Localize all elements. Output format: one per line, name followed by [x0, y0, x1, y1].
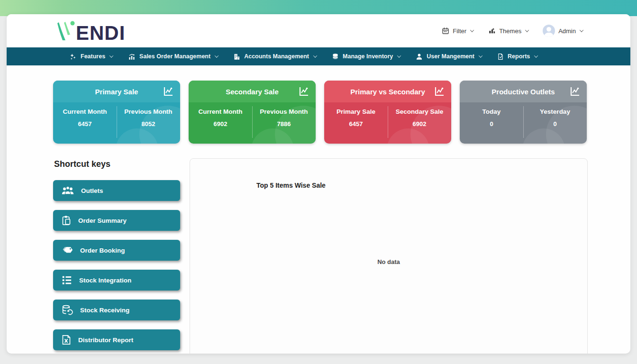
list-icon — [62, 275, 72, 285]
card-divider — [252, 106, 253, 138]
card-label: Primary Sale — [324, 108, 388, 115]
card-label: Secondary Sale — [388, 108, 451, 115]
filter-label: Filter — [453, 27, 466, 35]
logo-v-icon — [54, 19, 76, 42]
card-title: Productive Outlets — [491, 88, 555, 96]
logo-text: ENDI — [76, 24, 125, 42]
header-controls: Filter Themes — [442, 14, 583, 47]
shortcut-stock-receiving-button[interactable]: Stock Receiving — [53, 300, 180, 320]
card-value: 8052 — [117, 120, 180, 127]
card-title: Primary vs Secondary — [350, 88, 425, 96]
card-divider — [523, 106, 524, 138]
header: ENDI Filter — [7, 14, 630, 47]
shortcut-label: Stock Receiving — [80, 307, 129, 314]
card-secondary-sale: Secondary Sale Current Month 6902 Previo… — [189, 81, 316, 144]
card-column: Current Month 6457 — [53, 102, 117, 144]
nav-label: Manage Inventory — [343, 53, 393, 60]
chevron-down-icon — [313, 54, 317, 57]
line-chart-icon[interactable] — [569, 85, 581, 98]
calendar-icon — [442, 27, 449, 35]
nav-accounts-management[interactable]: Accounts Management — [233, 53, 317, 60]
card-column: Current Month 6902 — [189, 102, 252, 144]
admin-menu[interactable]: Admin — [543, 25, 583, 37]
themes-dropdown[interactable]: Themes — [488, 27, 528, 35]
admin-label: Admin — [558, 27, 576, 35]
clipboard-icon — [62, 215, 71, 226]
line-chart-icon[interactable] — [433, 85, 446, 98]
nav-manage-inventory[interactable]: Manage Inventory — [332, 53, 400, 60]
chevron-down-icon — [470, 28, 474, 32]
card-header: Primary Sale — [53, 81, 180, 102]
shortcut-order-booking-button[interactable]: Order Booking — [53, 240, 180, 261]
report-document-icon — [497, 53, 504, 60]
excel-file-icon — [62, 335, 71, 345]
database-sync-icon — [62, 305, 73, 315]
card-body: Current Month 6457 Previous Month 8052 — [53, 102, 180, 144]
card-value: 6902 — [388, 120, 451, 127]
shortcut-outlets-button[interactable]: Outlets — [53, 180, 180, 201]
card-body: Today 0 Yesterday 0 — [460, 102, 587, 144]
themes-label: Themes — [499, 27, 521, 35]
nav-label: Accounts Management — [244, 53, 309, 60]
top-items-chart-panel: Top 5 Items Wise Sale No data — [190, 158, 588, 354]
main-navbar: Features Sales Order Management — [7, 47, 630, 65]
card-primary-vs-secondary: Primary vs Secondary Primary Sale 6457 S… — [324, 81, 451, 144]
line-chart-icon[interactable] — [162, 85, 174, 98]
card-divider — [117, 106, 117, 138]
line-chart-icon[interactable] — [298, 85, 310, 98]
card-productive-outlets: Productive Outlets Today 0 Yesterday 0 — [460, 81, 587, 144]
database-icon — [332, 53, 339, 60]
chevron-down-icon — [215, 54, 218, 57]
chevron-down-icon — [109, 54, 113, 57]
shortcut-distributor-report-button[interactable]: Distributor Report — [53, 329, 180, 350]
app-window: ENDI Filter — [7, 14, 630, 354]
shortcut-label: Order Summary — [78, 217, 127, 224]
price-tags-icon — [62, 245, 73, 255]
nav-sales-order-management[interactable]: Sales Order Management — [128, 53, 218, 60]
chart-title: Top 5 Items Wise Sale — [256, 182, 326, 189]
card-value: 6902 — [189, 120, 252, 127]
card-value: 6457 — [324, 120, 388, 127]
nav-user-management[interactable]: User Mangement — [416, 53, 482, 60]
nav-label: User Mangement — [427, 53, 474, 60]
card-title: Primary Sale — [95, 88, 138, 96]
nav-reports[interactable]: Reports — [497, 53, 537, 60]
chevron-down-icon — [479, 54, 482, 57]
shortcut-order-summary-button[interactable]: Order Summary — [53, 210, 180, 231]
shortcut-label: Stock Integration — [79, 277, 131, 284]
user-icon — [416, 53, 423, 60]
card-divider — [388, 106, 388, 138]
building-icon — [233, 53, 240, 60]
card-header: Productive Outlets — [460, 81, 587, 102]
card-column: Yesterday 0 — [523, 102, 587, 144]
card-column: Secondary Sale 6902 — [388, 102, 451, 144]
card-label: Yesterday — [523, 108, 587, 115]
card-label: Current Month — [53, 108, 117, 115]
shortcut-label: Distributor Report — [78, 337, 133, 344]
nav-features[interactable]: Features — [69, 53, 113, 60]
chevron-down-icon — [534, 54, 538, 57]
card-label: Today — [460, 108, 523, 115]
vendi-logo[interactable]: ENDI — [54, 19, 125, 42]
stat-cards-row: Primary Sale Current Month 6457 Previous… — [53, 81, 587, 144]
user-silhouette-icon — [543, 25, 555, 37]
filter-dropdown[interactable]: Filter — [442, 27, 473, 35]
top-gradient-strip — [0, 0, 637, 16]
card-header: Secondary Sale — [189, 81, 316, 102]
sparkles-icon — [69, 53, 77, 60]
chevron-down-icon — [397, 54, 401, 57]
shortcut-label: Order Booking — [80, 247, 125, 254]
card-column: Previous Month 8052 — [117, 102, 180, 144]
card-label: Previous Month — [117, 108, 180, 115]
card-value: 0 — [460, 120, 523, 127]
chart-no-data-text: No data — [190, 258, 587, 265]
shortcut-buttons: Outlets Order Summary Order Booking — [53, 180, 180, 350]
themes-icon — [488, 27, 496, 35]
avatar — [543, 25, 555, 37]
shortcut-stock-integration-button[interactable]: Stock Integration — [53, 270, 180, 291]
nav-label: Reports — [508, 53, 530, 60]
shortcut-label: Outlets — [81, 187, 103, 194]
card-column: Previous Month 7886 — [252, 102, 316, 144]
card-label: Previous Month — [252, 108, 316, 115]
chevron-down-icon — [525, 28, 529, 32]
